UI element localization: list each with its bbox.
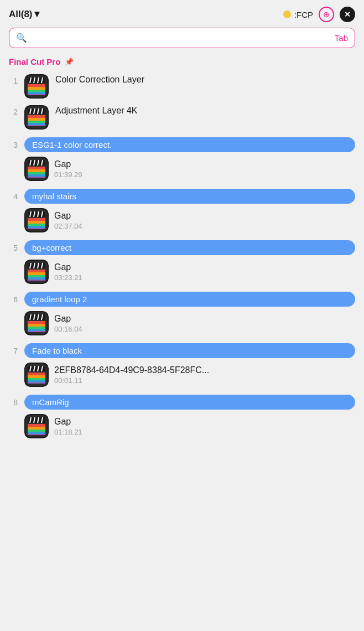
section-header: Final Cut Pro 📌 (0, 55, 364, 71)
svg-rect-8 (28, 87, 45, 90)
svg-rect-94 (28, 432, 45, 434)
item-detail: Gap 02:37.04 (54, 210, 82, 231)
search-icon: 🔍 (16, 33, 27, 43)
svg-rect-83 (28, 382, 45, 384)
svg-rect-93 (28, 430, 45, 432)
app-icon (24, 311, 49, 335)
item-detail: 2EFB8784-64D4-49C9-8384-5F28FC... 00:01.… (54, 365, 209, 385)
item-title: Gap (54, 416, 82, 428)
header-actions: :FCP ⊕ ✕ (283, 7, 355, 22)
svg-rect-79 (28, 373, 45, 375)
search-magnify-icon: ⊕ (323, 10, 330, 19)
svg-rect-80 (28, 375, 45, 378)
item-detail: Gap 00:16.04 (54, 313, 82, 334)
svg-rect-69 (28, 327, 45, 329)
item-content: gradient loop 2 (24, 291, 355, 335)
svg-rect-34 (28, 174, 45, 177)
item-number: 3 (9, 141, 18, 149)
item-content: ESG1-1 color correct. (24, 136, 355, 181)
item-number: 5 (9, 244, 18, 252)
detail-row: 2EFB8784-64D4-49C9-8384-5F28FC... 00:01.… (24, 363, 355, 387)
list-item[interactable]: 7 Fade to black (0, 339, 364, 390)
list-item[interactable]: 8 mCamRig (0, 390, 364, 442)
item-time: 03:23.21 (54, 273, 82, 282)
svg-rect-10 (28, 92, 45, 94)
fcp-indicator: :FCP (283, 10, 313, 19)
tab-label[interactable]: Tab (335, 33, 348, 43)
fcp-label: :FCP (294, 10, 313, 19)
header: All(8)▼ :FCP ⊕ ✕ (0, 0, 364, 28)
list-item[interactable]: 6 gradient loop 2 (0, 287, 364, 339)
pin-icon: 📌 (65, 58, 74, 66)
item-tag: gradient loop 2 (24, 292, 355, 307)
svg-rect-11 (28, 94, 45, 95)
item-time: 00:16.04 (54, 325, 82, 333)
app-icon (24, 157, 49, 181)
svg-rect-68 (28, 324, 45, 327)
detail-row: Gap 01:39.29 (24, 157, 355, 181)
search-input[interactable] (32, 33, 330, 43)
filter-badge[interactable]: All(8)▼ (9, 9, 41, 20)
search-bar[interactable]: 🔍 Tab (9, 28, 355, 48)
svg-rect-58 (28, 277, 45, 280)
item-title: Gap (54, 313, 82, 325)
item-title: Color Correction Layer (55, 74, 355, 86)
svg-rect-43 (28, 218, 45, 221)
svg-rect-46 (28, 226, 45, 228)
item-title: Gap (54, 210, 82, 222)
all-count-label: All(8)▼ (9, 9, 41, 20)
svg-rect-92 (28, 427, 45, 430)
list-item[interactable]: 3 ESG1-1 color correct. (0, 133, 364, 184)
list-item[interactable]: 4 myhal stairs (0, 184, 364, 236)
item-title: 2EFB8784-64D4-49C9-8384-5F28FC... (54, 365, 209, 376)
item-detail: Gap 01:18.21 (54, 416, 82, 437)
app-icon (24, 208, 49, 232)
svg-rect-55 (28, 270, 45, 272)
item-tag: mCamRig (24, 395, 355, 410)
close-icon: ✕ (344, 10, 351, 19)
svg-rect-59 (28, 280, 45, 281)
item-content: mCamRig (24, 394, 355, 438)
item-time: 00:01.11 (54, 376, 209, 385)
svg-rect-47 (28, 228, 45, 229)
svg-rect-23 (28, 125, 45, 126)
item-content: Color Correction Layer (55, 74, 355, 86)
list-item[interactable]: 5 bg+correct (0, 236, 364, 287)
svg-rect-71 (28, 331, 45, 332)
item-title: Gap (54, 159, 82, 170)
svg-rect-20 (28, 118, 45, 121)
app-icon (24, 260, 49, 284)
item-time: 02:37.04 (54, 222, 82, 230)
svg-rect-22 (28, 123, 45, 125)
yellow-dot-icon (283, 11, 291, 18)
item-number: 6 (9, 295, 18, 304)
search-button[interactable]: ⊕ (319, 7, 334, 22)
svg-rect-9 (28, 90, 45, 92)
app-icon (24, 414, 49, 438)
svg-rect-21 (28, 121, 45, 123)
item-tag: Fade to black (24, 343, 355, 358)
svg-rect-67 (28, 321, 45, 324)
item-number: 7 (9, 346, 18, 355)
item-number: 8 (9, 398, 18, 407)
item-title: Gap (54, 262, 82, 273)
item-number: 1 (9, 76, 18, 85)
svg-rect-44 (28, 221, 45, 224)
item-content: bg+correct (24, 239, 355, 284)
svg-rect-82 (28, 380, 45, 382)
item-time: 01:39.29 (54, 170, 82, 179)
svg-rect-91 (28, 424, 45, 427)
item-time: 01:18.21 (54, 428, 82, 436)
detail-row: Gap 00:16.04 (24, 311, 355, 335)
svg-rect-81 (28, 378, 45, 380)
svg-rect-45 (28, 224, 45, 226)
item-content: Adjustment Layer 4K (55, 105, 355, 117)
svg-rect-35 (28, 177, 45, 178)
list-item[interactable]: 2 Adjustment Layer 4K (0, 102, 364, 133)
svg-rect-19 (28, 115, 45, 118)
svg-rect-7 (28, 84, 45, 87)
item-detail: Gap 03:23.21 (54, 262, 82, 282)
close-button[interactable]: ✕ (340, 7, 355, 22)
list-item[interactable]: 1 Color Correction Layer (0, 71, 364, 102)
item-detail: Gap 01:39.29 (54, 159, 82, 179)
